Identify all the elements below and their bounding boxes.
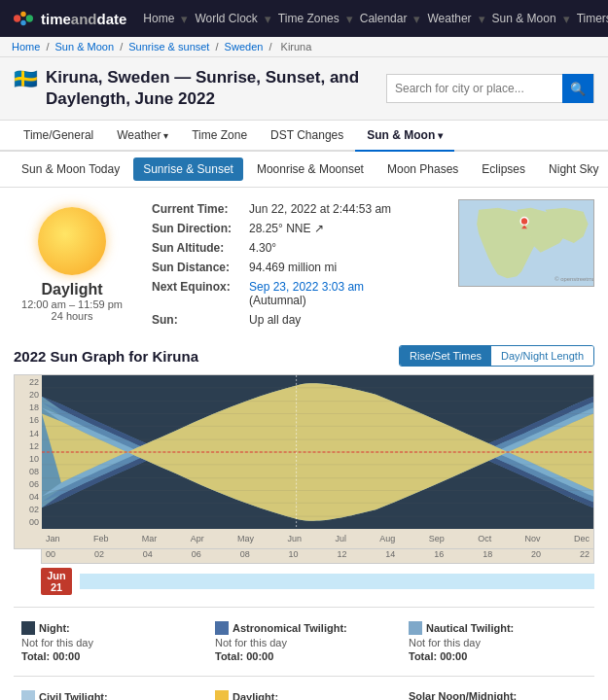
sun-label: Sun: bbox=[146, 310, 243, 330]
breadcrumb-sweden[interactable]: Sweden bbox=[225, 41, 264, 52]
equinox-sub: (Autumnal) bbox=[249, 294, 306, 307]
legend-night: Night: Not for this day Total: 00:00 bbox=[14, 615, 207, 668]
sun-value: Up all day bbox=[243, 310, 443, 330]
search-button[interactable]: 🔍 bbox=[562, 74, 593, 103]
svg-point-2 bbox=[26, 15, 33, 21]
tab-moon-phases[interactable]: Moon Phases bbox=[377, 158, 468, 181]
astro-color bbox=[215, 621, 229, 635]
breadcrumb-home[interactable]: Home bbox=[12, 41, 40, 52]
y-axis: 22 20 18 16 14 12 10 08 06 04 02 00 bbox=[15, 375, 42, 529]
nav-timers[interactable]: Timers bbox=[570, 12, 608, 25]
nav-sunmoon[interactable]: Sun & Moon bbox=[485, 12, 563, 25]
nautical-color bbox=[409, 621, 422, 635]
x-axis-months: Jan Feb Mar Apr May Jun Jul Aug Sep Oct … bbox=[42, 529, 593, 548]
sun-info-table: Current Time: Jun 22, 2022 at 2:44:53 am… bbox=[146, 199, 443, 330]
legend-row-2: Civil Twilight: Not for this day Total: … bbox=[14, 684, 594, 700]
page-title: Kiruna, Sweden — Sunrise, Sunset, and Da… bbox=[46, 67, 386, 110]
nav-links: Home ▾ World Clock ▾ Time Zones ▾ Calend… bbox=[136, 12, 608, 26]
legend-row-1: Night: Not for this day Total: 00:00 Ast… bbox=[14, 615, 594, 668]
legend-nautical: Nautical Twilight: Not for this day Tota… bbox=[401, 615, 594, 668]
mini-map: © openstreetmap bbox=[458, 199, 594, 287]
badge-day: 21 bbox=[41, 581, 72, 593]
title-area: 🇸🇪 Kiruna, Sweden — Sunrise, Sunset, and… bbox=[14, 67, 386, 110]
equinox-label: Next Equinox: bbox=[146, 277, 243, 310]
x-axis-hours: 00 02 04 06 08 10 12 14 16 18 20 22 bbox=[41, 549, 594, 564]
sun-circle bbox=[38, 207, 106, 275]
sun-graphic: Daylight 12:00 am – 11:59 pm 24 hours bbox=[14, 199, 130, 330]
tab-moonrise[interactable]: Moonrise & Moonset bbox=[247, 158, 374, 181]
tab-dst[interactable]: DST Changes bbox=[259, 121, 355, 152]
svg-point-8 bbox=[520, 218, 528, 226]
secondary-tabs: Sun & Moon Today Sunrise & Sunset Moonri… bbox=[0, 152, 608, 188]
direction-value: 28.25° NNE ↗ bbox=[243, 219, 443, 238]
jun-badge: Jun 21 bbox=[41, 568, 72, 595]
breadcrumb-sunrise[interactable]: Sunrise & sunset bbox=[128, 41, 209, 52]
daylight-color bbox=[215, 690, 229, 700]
city-search[interactable]: 🔍 bbox=[386, 74, 594, 103]
riseset-btn[interactable]: Rise/Set Times bbox=[400, 346, 491, 366]
daylight-label: Daylight bbox=[41, 281, 102, 298]
astro-total: Total: 00:00 bbox=[215, 650, 393, 662]
altitude-label: Sun Altitude: bbox=[146, 238, 243, 258]
graph-buttons: Rise/Set Times Day/Night Length bbox=[399, 345, 594, 367]
primary-tabs: Time/General Weather Time Zone DST Chang… bbox=[0, 121, 608, 152]
nav-timezones[interactable]: Time Zones bbox=[271, 12, 346, 25]
daylight-hours: 24 hours bbox=[52, 310, 93, 322]
sweden-flag: 🇸🇪 bbox=[14, 67, 38, 90]
svg-point-1 bbox=[20, 12, 25, 17]
svg-point-3 bbox=[20, 20, 25, 25]
date-marker: Jun 21 bbox=[41, 568, 594, 595]
graph-legend: Night: Not for this day Total: 00:00 Ast… bbox=[14, 615, 594, 700]
direction-label: Sun Direction: bbox=[146, 219, 243, 238]
astro-value: Not for this day bbox=[215, 637, 393, 648]
nautical-total: Total: 00:00 bbox=[409, 650, 587, 662]
altitude-value: 4.30° bbox=[243, 238, 443, 258]
main-content: Daylight 12:00 am – 11:59 pm 24 hours Cu… bbox=[0, 188, 608, 700]
tab-night-sky[interactable]: Night Sky bbox=[539, 158, 608, 181]
badge-month: Jun bbox=[41, 570, 72, 581]
tab-eclipses[interactable]: Eclipses bbox=[472, 158, 535, 181]
distance-value: 94.469 million mi bbox=[243, 258, 443, 277]
night-total: Total: 00:00 bbox=[21, 650, 199, 662]
nautical-value: Not for this day bbox=[409, 637, 587, 648]
tab-weather[interactable]: Weather bbox=[105, 121, 180, 152]
civil-color bbox=[21, 690, 35, 700]
nav-calendar[interactable]: Calendar bbox=[353, 12, 414, 25]
breadcrumb-sunmoon[interactable]: Sun & Moon bbox=[55, 41, 115, 52]
night-color bbox=[21, 621, 35, 635]
svg-text:© openstreetmap: © openstreetmap bbox=[554, 276, 593, 282]
current-time-value: Jun 22, 2022 at 2:44:53 am bbox=[243, 199, 443, 219]
sun-graph: 22 20 18 16 14 12 10 08 06 04 02 00 bbox=[14, 374, 594, 549]
graph-inner bbox=[42, 375, 593, 529]
daylight-info-box: Daylight 12:00 am – 11:59 pm 24 hours Cu… bbox=[14, 199, 594, 330]
daylight-time-range: 12:00 am – 11:59 pm bbox=[21, 298, 123, 310]
night-value: Not for this day bbox=[21, 637, 199, 648]
top-navigation: timeanddate Home ▾ World Clock ▾ Time Zo… bbox=[0, 0, 608, 37]
search-input[interactable] bbox=[387, 82, 562, 95]
legend-astro: Astronomical Twilight: Not for this day … bbox=[207, 615, 401, 668]
tab-sunmoon[interactable]: Sun & Moon bbox=[355, 121, 454, 152]
nav-worldclock[interactable]: World Clock bbox=[188, 12, 264, 25]
equinox-value: Sep 23, 2022 3:03 am (Autumnal) bbox=[243, 277, 443, 310]
distance-label: Sun Distance: bbox=[146, 258, 243, 277]
legend-divider-2 bbox=[14, 676, 594, 677]
legend-civil: Civil Twilight: Not for this day Total: … bbox=[14, 684, 207, 700]
nav-home[interactable]: Home bbox=[136, 12, 181, 25]
current-time-label: Current Time: bbox=[146, 199, 243, 219]
logo-text: timeanddate bbox=[41, 11, 126, 27]
svg-point-0 bbox=[14, 15, 20, 21]
nav-weather[interactable]: Weather bbox=[420, 12, 478, 25]
legend-divider bbox=[14, 607, 594, 608]
tab-sunmoon-today[interactable]: Sun & Moon Today bbox=[12, 158, 129, 181]
legend-daylight: Daylight: 12:00 am – 12:00 am Total: 24:… bbox=[207, 684, 401, 700]
tab-timezone[interactable]: Time Zone bbox=[180, 121, 259, 152]
legend-solar-noon: Solar Noon/Midnight: — 12:40 pm — 12:40 … bbox=[401, 684, 594, 700]
sun-graph-section: 2022 Sun Graph for Kiruna Rise/Set Times… bbox=[14, 345, 594, 595]
graph-header: 2022 Sun Graph for Kiruna Rise/Set Times… bbox=[14, 345, 594, 367]
daynight-btn[interactable]: Day/Night Length bbox=[491, 346, 593, 366]
site-logo[interactable]: timeanddate bbox=[10, 9, 126, 28]
page-header: 🇸🇪 Kiruna, Sweden — Sunrise, Sunset, and… bbox=[0, 57, 608, 121]
tab-sunrise-sunset[interactable]: Sunrise & Sunset bbox=[133, 158, 243, 181]
breadcrumb-kiruna: Kiruna bbox=[281, 41, 312, 52]
tab-timegeneral[interactable]: Time/General bbox=[12, 121, 105, 152]
